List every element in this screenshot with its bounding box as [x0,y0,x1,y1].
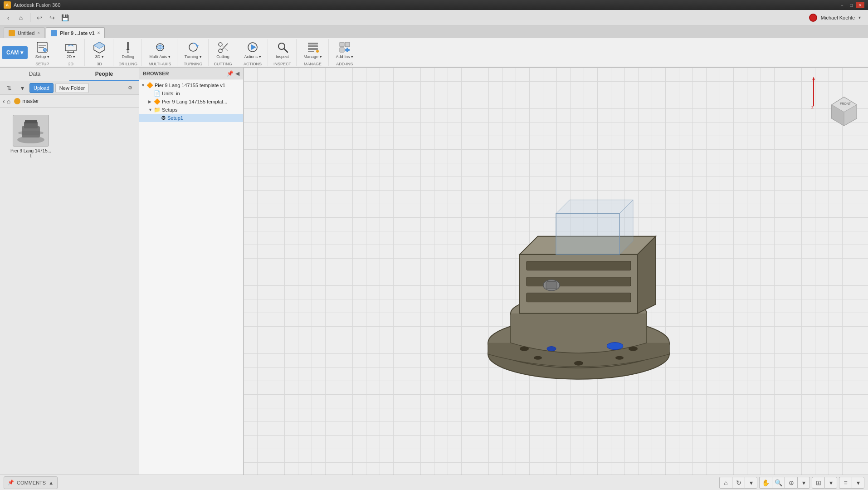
svg-point-40 [18,131,44,135]
svg-marker-10 [94,42,105,49]
view-render-button[interactable]: ≡ [839,477,852,489]
3d-button[interactable]: 3D ▾ [89,39,109,61]
drilling-section-label: DRILLING [119,62,138,66]
svg-rect-28 [308,48,318,50]
axes-indicator: Z [807,74,820,112]
browser-header: BROWSER 📌 ◀ [139,68,243,79]
setup-section-label: SETUP [35,62,49,66]
svg-text:FRONT: FRONT [840,102,851,105]
settings-button[interactable]: ⚙ [124,83,136,93]
inspect-icon [276,41,289,54]
view-dropdown1[interactable]: ▾ [745,477,757,489]
file-info-icon[interactable]: ℹ [30,153,32,158]
save-button[interactable]: 💾 [59,12,70,23]
setup-button[interactable]: S Setup ▾ [32,39,52,61]
actions-label: Actions ▾ [244,54,261,59]
undo-button[interactable]: ↩ [34,12,45,23]
nav-back-button[interactable]: ‹ [3,98,5,105]
tree-item-setups[interactable]: ▼ 📁 Setups [139,106,243,114]
file-item-pier9[interactable]: Pier 9 Lang 14715... ℹ [4,111,58,162]
close-untitled-tab[interactable]: × [37,30,40,35]
svg-point-54 [534,356,542,359]
view-grid-button[interactable]: ⊞ [812,477,824,489]
sidebar-nav: ‹ ⌂ master [0,95,139,108]
user-name[interactable]: Michael Koehle [821,15,855,20]
close-button[interactable]: × [856,2,864,8]
filter-button[interactable]: ▾ [17,83,28,93]
back-button[interactable]: ‹ [3,12,14,23]
user-dropdown-icon[interactable]: ▾ [858,15,861,20]
viewport[interactable]: FRONT Z [244,68,868,475]
upload-button[interactable]: Upload [29,83,54,93]
manage-section-label: MANAGE [304,62,322,66]
separator [30,13,30,22]
tree-item-setup1[interactable]: ⚙ Setup1 [139,114,243,122]
tab-pier9[interactable]: Pier 9 ...late v1 × [46,27,105,38]
manage-button[interactable]: Manage ▾ [301,39,325,61]
view-home-button[interactable]: ⌂ [719,477,732,489]
3d-label: 3D ▾ [95,54,104,59]
svg-point-55 [615,356,624,359]
tree-item-root[interactable]: ▼ 🔶 Pier 9 Lang 147155 template v1 [139,81,243,89]
setup-buttons: S Setup ▾ [32,39,52,61]
cam-dropdown-button[interactable]: CAM ▾ [2,46,28,59]
toolbar-row1: ‹ ⌂ ↩ ↪ 💾 Michael Koehle ▾ [0,10,868,25]
actions-button[interactable]: Actions ▾ [242,39,264,61]
sidebar-tab-people[interactable]: People [69,68,139,81]
addins-button[interactable]: Add-Ins ▾ [333,39,356,61]
file-thumbnail [13,115,49,147]
view-pan-button[interactable]: ✋ [759,477,772,489]
addins-section-label: ADD-INS [336,62,353,66]
multiaxis-section-label: MULTI-AXIS [149,62,171,66]
cutting-button[interactable]: Cutting [213,39,233,61]
view-display-group: ⊞ ▾ [812,477,837,489]
file-name: Pier 9 Lang 14715... [10,148,51,153]
record-button[interactable] [809,14,817,22]
view-render-dropdown[interactable]: ▾ [852,477,864,489]
pier9-tab-icon [51,30,57,36]
window-controls: − □ × [838,2,864,8]
drilling-button[interactable]: Drilling [118,39,138,61]
svg-rect-45 [527,277,631,286]
model-svg [465,172,692,390]
cam-section-manage: Manage ▾ MANAGE [297,39,329,66]
comments-bar[interactable]: 📌 COMMENTS ▲ [4,476,58,489]
manage-icon [307,41,319,54]
project-icon [14,98,20,104]
new-folder-button[interactable]: New Folder [55,83,89,93]
sort-button[interactable]: ⇅ [3,83,15,93]
close-pier9-tab[interactable]: × [98,30,100,35]
view-display-dropdown[interactable]: ▾ [824,477,837,489]
multiaxis-button[interactable]: Multi-Axis ▾ [146,39,173,61]
app-title: Autodesk Fusion 360 [14,2,60,8]
comments-expand-icon: ▲ [49,480,54,485]
viewcube[interactable]: FRONT [827,95,859,127]
tab-untitled[interactable]: Untitled × [4,27,45,38]
view-orbit-button[interactable]: ↻ [732,477,745,489]
home-button[interactable]: ⌂ [15,12,26,23]
manage-label: Manage ▾ [304,54,322,59]
view-fit-button[interactable]: ⊕ [785,477,797,489]
nav-up-button[interactable]: ⌂ [7,98,10,105]
addins-label: Add-Ins ▾ [336,54,354,59]
browser-pin-button[interactable]: 📌 [227,70,234,77]
minimize-button[interactable]: − [838,2,846,8]
tree-item-units[interactable]: 📄 Units: in [139,89,243,98]
project-label: master [22,98,39,104]
svg-text:S: S [44,48,46,51]
tree-item-file[interactable]: ▶ 🔶 Pier 9 Lang 147155 templat... [139,98,243,106]
svg-point-52 [629,346,638,351]
svg-point-13 [127,51,129,53]
inspect-button[interactable]: Inspect [273,39,293,61]
maximize-button[interactable]: □ [847,2,855,8]
browser-collapse-button[interactable]: ◀ [235,70,239,77]
svg-rect-44 [527,261,631,270]
redo-button[interactable]: ↪ [47,12,58,23]
view-zoom-button[interactable]: 🔍 [772,477,785,489]
svg-marker-23 [251,44,256,50]
drilling-icon [122,41,134,54]
turning-button[interactable]: Turning ▾ [182,39,205,61]
sidebar-tab-data[interactable]: Data [0,68,69,81]
view-dropdown2[interactable]: ▾ [797,477,810,489]
2d-button[interactable]: 2D ▾ [61,39,81,61]
